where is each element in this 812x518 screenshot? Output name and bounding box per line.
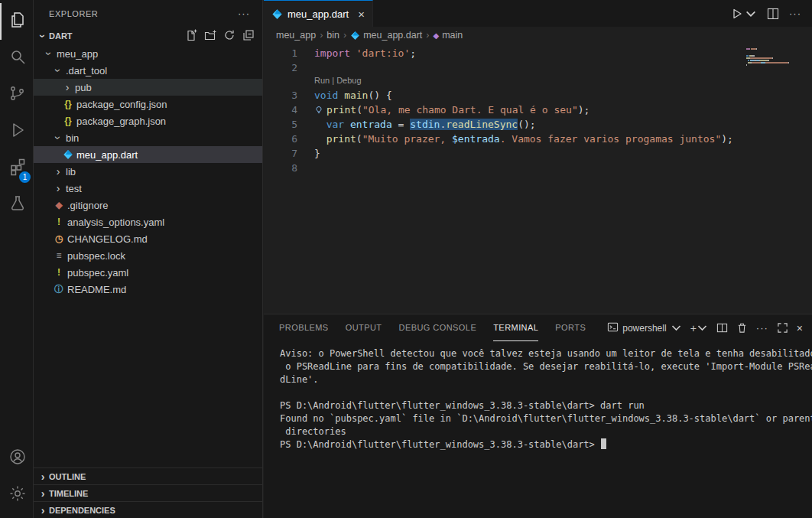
beaker-icon — [8, 194, 27, 216]
chevron-down-icon: › — [44, 47, 54, 60]
tree-item-meu_app[interactable]: ›meu_app — [34, 45, 262, 62]
code-line[interactable]: 7} — [264, 146, 812, 161]
breadcrumb-item-bin[interactable]: bin — [326, 30, 339, 41]
sidebar-title: EXPLORER — [49, 9, 98, 18]
panel-more-actions-icon[interactable]: ··· — [756, 322, 768, 334]
tree-item-package_graph.json[interactable]: {}package_graph.json — [34, 112, 262, 129]
run-or-debug-button[interactable] — [731, 8, 757, 20]
panel-tab-debug-console[interactable]: DEBUG CONSOLE — [399, 314, 477, 341]
outline-section[interactable]: › OUTLINE — [34, 468, 262, 484]
explorer-more-actions-icon[interactable]: ··· — [238, 8, 250, 19]
breadcrumb-item-meu_app.dart[interactable]: meu_app.dart — [350, 30, 422, 41]
code-token: ); — [721, 133, 733, 145]
code-line[interactable]: 6 print("Muito prazer, $entrada. Vamos f… — [264, 132, 812, 146]
tree-item-analysis_options.yaml[interactable]: !analysis_options.yaml — [34, 213, 262, 230]
chevron-right-icon: › — [37, 488, 49, 499]
tree-item-label: pubspec.yaml — [67, 267, 128, 279]
code-token: . Vamos fazer varios progamas juntos" — [500, 133, 722, 145]
tree-item-.dart_tool[interactable]: ›.dart_tool — [34, 62, 262, 79]
workspace-section-header[interactable]: › DART — [34, 27, 262, 45]
code-token: print — [326, 104, 356, 116]
code-token: () { — [368, 90, 391, 101]
dependencies-label: DEPENDENCIES — [49, 506, 115, 515]
activity-search-button[interactable] — [0, 40, 34, 77]
tree-item-README.md[interactable]: ⓘREADME.md — [34, 281, 262, 298]
close-panel-icon[interactable]: × — [797, 322, 803, 334]
panel-tab-terminal[interactable]: TERMINAL — [493, 314, 538, 341]
code-line[interactable]: 2 — [264, 60, 812, 75]
kill-terminal-icon[interactable] — [736, 322, 748, 334]
tree-item-package_config.json[interactable]: {}package_config.json — [34, 96, 262, 112]
tree-item-label: bin — [66, 132, 79, 144]
activity-run-debug-button[interactable] — [0, 113, 34, 150]
editor-more-actions-icon[interactable]: ··· — [789, 8, 801, 19]
git-file-icon: ◆ — [52, 200, 66, 210]
code-editor[interactable]: 1import 'dart:io';2Run | Debug3void main… — [264, 44, 812, 314]
activity-extensions-button[interactable]: 1 — [0, 150, 34, 187]
close-icon[interactable]: × — [358, 8, 365, 20]
timeline-section[interactable]: › TIMELINE — [34, 484, 262, 501]
new-file-icon[interactable] — [185, 29, 197, 43]
code-token: ( — [356, 133, 362, 145]
plus-icon: + — [690, 322, 697, 334]
terminal-line: Aviso: o PowerShell detectou que você ta… — [280, 347, 812, 360]
tab-label: meu_app.dart — [287, 8, 349, 20]
codelens-run-debug[interactable]: Run | Debug — [314, 75, 362, 88]
breadcrumb-item-main[interactable]: ◆main — [433, 30, 463, 41]
timeline-label: TIMELINE — [49, 489, 88, 498]
activity-testing-button[interactable] — [0, 187, 34, 223]
tree-item-meu_app.dart[interactable]: meu_app.dart — [34, 146, 262, 163]
activity-source-control-button[interactable] — [0, 77, 34, 113]
tree-item-pub[interactable]: ›pub — [34, 79, 262, 96]
shell-selector[interactable]: powershell — [607, 321, 681, 335]
code-line[interactable]: 3void main() { — [264, 88, 812, 103]
line-number-gutter — [264, 75, 297, 88]
activity-explorer-button[interactable] — [0, 3, 34, 40]
panel-tab-output[interactable]: OUTPUT — [346, 314, 382, 341]
tree-item-CHANGELOG.md[interactable]: ◷CHANGELOG.md — [34, 230, 262, 247]
collapse-all-icon[interactable] — [242, 29, 255, 43]
code-token — [350, 47, 356, 59]
minimap[interactable] — [746, 48, 801, 68]
chevron-down-icon: › — [53, 132, 63, 144]
panel-tab-problems[interactable]: PROBLEMS — [279, 314, 329, 341]
tree-item-bin[interactable]: ›bin — [34, 129, 262, 146]
new-terminal-button[interactable]: + — [690, 322, 708, 334]
account-button[interactable] — [0, 440, 34, 477]
tree-item-pubspec.yaml[interactable]: !pubspec.yaml — [34, 264, 262, 281]
explorer-sidebar: EXPLORER ··· › DART ›meu_app›.dart_tool›… — [34, 0, 263, 518]
code-token: } — [314, 148, 320, 159]
split-terminal-icon[interactable] — [716, 322, 728, 334]
code-line[interactable]: 1import 'dart:io'; — [264, 46, 812, 60]
terminal-output[interactable]: Aviso: o PowerShell detectou que você ta… — [264, 341, 812, 518]
yaml-file-icon: ! — [52, 217, 66, 227]
code-line[interactable]: 8 — [264, 161, 812, 175]
breadcrumb-item-meu_app[interactable]: meu_app — [276, 30, 316, 41]
line-number: 1 — [264, 46, 297, 60]
settings-button[interactable] — [0, 477, 34, 513]
breadcrumb-label: bin — [326, 30, 339, 41]
dart-icon — [61, 149, 75, 160]
line-number: 8 — [264, 161, 297, 175]
chevron-right-icon: › — [61, 82, 73, 93]
breadcrumb-separator: › — [343, 30, 346, 41]
dependencies-section[interactable]: › DEPENDENCIES — [34, 501, 262, 518]
new-folder-icon[interactable] — [204, 29, 216, 43]
code-line[interactable]: 5 var entrada = stdin.readLineSync(); — [264, 117, 812, 132]
tree-item-pubspec.lock[interactable]: ≡pubspec.lock — [34, 247, 262, 264]
tree-item-test[interactable]: ›test — [34, 180, 262, 197]
dart-icon — [271, 8, 283, 20]
tab-meu_app-dart[interactable]: meu_app.dart × — [264, 0, 373, 27]
refresh-icon[interactable] — [223, 29, 235, 43]
tree-item-label: package_config.json — [76, 99, 167, 110]
tree-item-.gitignore[interactable]: ◆.gitignore — [34, 197, 262, 213]
panel-tab-ports[interactable]: PORTS — [555, 314, 586, 341]
code-token: stdin — [410, 119, 440, 130]
code-token: ); — [578, 104, 590, 116]
maximize-panel-icon[interactable] — [777, 322, 788, 334]
code-line[interactable]: 4print("Ola, me chamo Dart. E qual é o s… — [264, 103, 812, 117]
sidebar-bottom-sections: › OUTLINE › TIMELINE › DEPENDENCIES — [34, 468, 262, 518]
code-token: "Ola, me chamo Dart. E qual é o seu" — [362, 104, 578, 116]
split-editor-icon[interactable] — [767, 8, 779, 20]
tree-item-lib[interactable]: ›lib — [34, 163, 262, 180]
